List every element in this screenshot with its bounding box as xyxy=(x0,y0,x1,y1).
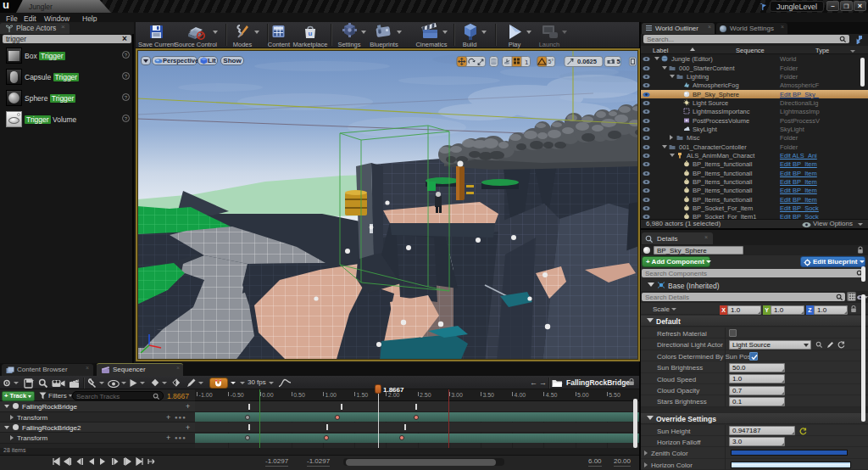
svg-text:.: . xyxy=(525,56,526,61)
svg-text:u: u xyxy=(309,30,313,37)
svg-text:0.0625: 0.0625 xyxy=(577,58,597,65)
svg-text:5°: 5° xyxy=(548,59,554,64)
svg-text:5: 5 xyxy=(617,58,620,65)
